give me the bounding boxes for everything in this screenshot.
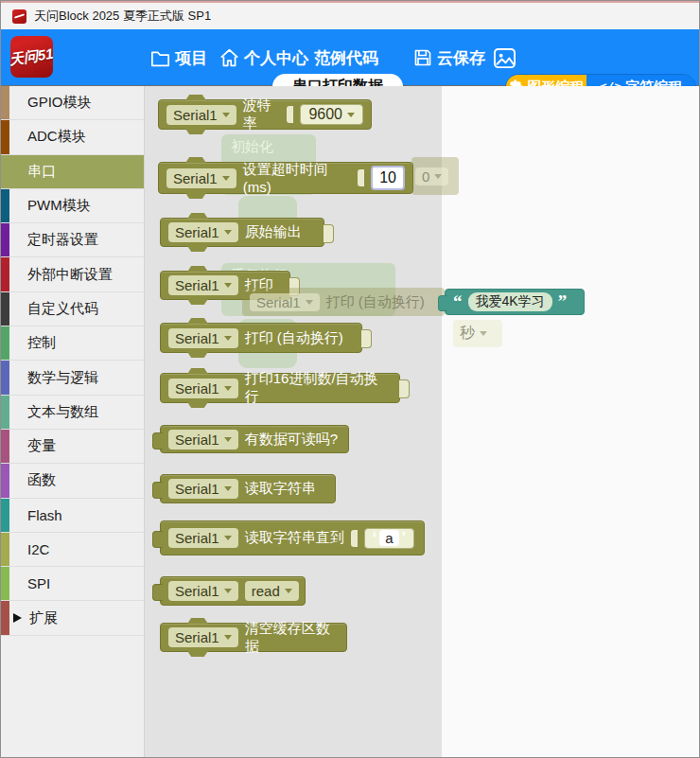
quote-mark: ”	[558, 297, 568, 307]
dropdown-caret-icon	[347, 113, 355, 117]
input-socket	[351, 530, 358, 547]
input-socket	[287, 106, 293, 123]
block-serial-raw-output[interactable]: Serial1 原始输出	[160, 218, 324, 247]
category-color-strip	[1, 499, 9, 532]
serial-port-dropdown[interactable]: Serial1	[168, 379, 238, 398]
category-color-strip	[1, 257, 9, 291]
sidebar-item-adc[interactable]: ADC模块	[1, 120, 144, 154]
sidebar-item-custom-code[interactable]: 自定义代码	[1, 292, 144, 326]
serial-port-dropdown[interactable]: Serial1	[168, 581, 238, 601]
category-color-strip	[1, 86, 9, 119]
block-serial-println[interactable]: Serial1 打印 (自动换行)	[160, 323, 362, 353]
ghost-delay-unit-field: 秒	[453, 320, 502, 347]
serial-port-dropdown[interactable]: Serial1	[168, 430, 238, 450]
home-icon	[219, 48, 239, 67]
timeout-value-field[interactable]: 10	[371, 166, 405, 190]
serial-port-value: Serial1	[175, 379, 219, 397]
sidebar-item-control[interactable]: 控制	[1, 326, 144, 361]
serial-port-dropdown[interactable]: Serial1	[166, 105, 236, 125]
category-color-strip	[1, 601, 9, 634]
category-label: 文本与数组	[27, 403, 98, 421]
serial-port-dropdown[interactable]: Serial1	[168, 479, 238, 499]
sidebar-item-variables[interactable]: 变量	[1, 430, 144, 464]
category-label: 定时器设置	[27, 231, 98, 249]
sidebar-item-spi[interactable]: SPI	[1, 567, 144, 601]
sidebar-item-pwm[interactable]: PWM模块	[1, 189, 144, 223]
block-serial-read[interactable]: Serial1 read	[160, 576, 306, 606]
serial-port-dropdown[interactable]: Serial1	[168, 222, 238, 242]
expand-arrow-icon	[13, 613, 22, 623]
ghost-init-label: 初始化	[231, 138, 273, 154]
sidebar-item-math-logic[interactable]: 数学与逻辑	[1, 361, 144, 395]
dropdown-caret-icon	[434, 174, 442, 179]
brand-logo[interactable]: 天问51	[10, 36, 53, 78]
serial-port-value: Serial1	[175, 628, 219, 646]
sidebar-item-interrupt[interactable]: 外部中断设置	[1, 257, 144, 291]
serial-port-dropdown[interactable]: Serial1	[168, 627, 238, 647]
sidebar-item-text-array[interactable]: 文本与数组	[1, 396, 144, 430]
char-value[interactable]: a	[379, 530, 398, 546]
serial-port-value: Serial1	[175, 480, 219, 498]
output-connector	[152, 432, 163, 450]
sidebar-item-flash[interactable]: Flash	[1, 499, 144, 533]
block-label: 波特率	[243, 97, 281, 132]
category-label: PWM模块	[27, 197, 91, 215]
category-label: 控制	[27, 334, 56, 352]
serial-port-value: Serial1	[173, 169, 218, 187]
block-serial-set-timeout[interactable]: Serial1 设置超时时间(ms) 10	[158, 162, 413, 194]
block-serial-baudrate[interactable]: Serial1 波特率 9600	[158, 99, 372, 130]
string-block[interactable]: “ 我爱4K学习 ”	[445, 289, 585, 315]
category-label: SPI	[27, 575, 50, 591]
serial-port-dropdown[interactable]: Serial1	[168, 528, 238, 548]
input-socket	[358, 169, 364, 186]
sidebar-item-timer[interactable]: 定时器设置	[1, 223, 144, 257]
title-bar: 天问Block 2025 夏季正式版 SP1	[1, 3, 699, 29]
dropdown-caret-icon	[224, 437, 232, 442]
baudrate-dropdown[interactable]: 9600	[300, 104, 363, 125]
block-serial-print-hex[interactable]: Serial1 打印16进制数/自动换行	[160, 373, 400, 403]
sidebar-item-functions[interactable]: 函数	[1, 464, 144, 498]
block-serial-clear-buffer[interactable]: Serial1 清空缓存区数据	[160, 623, 347, 652]
serial-port-value: Serial1	[173, 106, 218, 124]
string-value-field[interactable]: 我爱4K学习	[468, 292, 552, 311]
category-color-strip	[1, 223, 9, 256]
serial-port-dropdown[interactable]: Serial1	[168, 275, 238, 295]
app-icon	[12, 9, 26, 24]
serial-port-value: Serial1	[175, 276, 219, 294]
brand-logo-text: 天问51	[10, 44, 53, 68]
dropdown-caret-icon	[285, 589, 292, 593]
read-mode-dropdown[interactable]: read	[245, 581, 299, 601]
read-mode-value: read	[252, 582, 280, 600]
window-title: 天问Block 2025 夏季正式版 SP1	[34, 8, 211, 25]
serial-port-dropdown[interactable]: Serial1	[166, 168, 236, 188]
block-serial-available[interactable]: Serial1 有数据可读吗?	[160, 425, 349, 453]
serial-port-value: Serial1	[175, 329, 219, 347]
project-menu[interactable]: 项目	[150, 29, 207, 86]
category-label: Flash	[27, 507, 62, 523]
cloud-save-button[interactable]: 云保存	[413, 29, 485, 86]
workspace-canvas[interactable]	[442, 86, 699, 757]
ghost-delay-value-field: 0	[415, 167, 448, 185]
sidebar-item-i2c[interactable]: I2C	[1, 533, 144, 567]
sidebar-item-extensions[interactable]: 扩展	[1, 601, 144, 635]
block-label: 打印 (自动换行)	[245, 329, 343, 347]
sidebar-item-serial[interactable]: 串口	[1, 155, 144, 189]
block-label: 原始输出	[245, 223, 302, 241]
serial-port-dropdown[interactable]: Serial1	[168, 328, 238, 348]
category-label: GPIO模块	[27, 94, 92, 112]
block-label: 设置超时时间(ms)	[243, 161, 352, 195]
category-label: I2C	[27, 541, 49, 557]
block-serial-read-until[interactable]: Serial1 读取字符串直到 ‘ a ’	[160, 520, 425, 555]
dropdown-caret-icon	[224, 336, 232, 341]
sidebar-item-gpio[interactable]: GPIO模块	[1, 86, 144, 120]
dropdown-caret-icon	[224, 283, 232, 288]
char-value-field[interactable]: ‘ a ’	[364, 528, 414, 549]
block-serial-read-string[interactable]: Serial1 读取字符串	[160, 474, 336, 503]
category-color-strip	[1, 430, 9, 463]
serial-port-value: Serial1	[175, 431, 219, 449]
category-color-strip	[1, 567, 9, 600]
category-color-strip	[1, 292, 9, 326]
quote-mark: “	[453, 297, 463, 307]
block-label: 读取字符串	[245, 480, 316, 498]
dropdown-caret-icon	[222, 113, 230, 117]
